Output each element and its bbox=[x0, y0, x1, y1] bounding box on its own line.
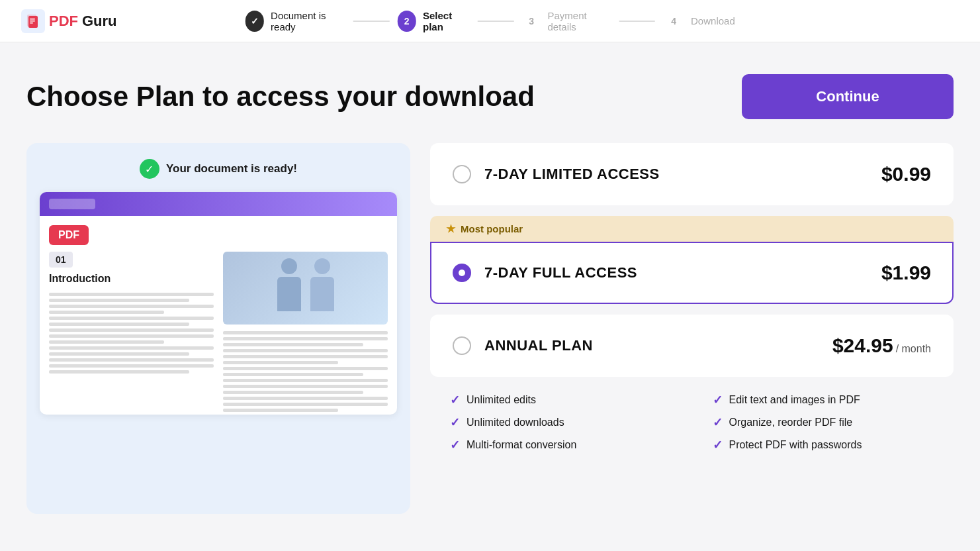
svg-rect-4 bbox=[30, 23, 33, 24]
text-line bbox=[223, 391, 363, 394]
step-3: 3 Payment details bbox=[522, 10, 611, 32]
feature-edit-text: ✓ Edit text and images in PDF bbox=[713, 393, 954, 407]
person-body bbox=[310, 277, 334, 311]
svg-rect-1 bbox=[28, 16, 38, 28]
plan-price-annual-sub: / month bbox=[896, 343, 931, 355]
check-icon: ✓ bbox=[450, 393, 460, 407]
plan-card-annual[interactable]: ANNUAL PLAN $24.95 / month bbox=[430, 315, 954, 377]
text-line bbox=[223, 337, 388, 340]
text-line bbox=[49, 323, 189, 326]
pdf-card-header bbox=[40, 192, 397, 216]
page-header: Choose Plan to access your download Cont… bbox=[26, 74, 954, 119]
text-line bbox=[49, 340, 164, 344]
doc-ready-text: Your document is ready! bbox=[166, 162, 297, 175]
step-3-label: Payment details bbox=[547, 10, 611, 32]
pdf-intro-section: 01 Introduction bbox=[49, 252, 214, 415]
text-line bbox=[223, 367, 388, 370]
pdf-card-body: 01 Introduction bbox=[40, 252, 397, 415]
header: PDF Guru ✓ Document is ready 2 Select pl… bbox=[0, 0, 980, 42]
step-2-label: Select plan bbox=[423, 10, 470, 32]
radio-annual[interactable] bbox=[453, 336, 471, 355]
radio-limited[interactable] bbox=[453, 165, 471, 183]
plans-section: 7-DAY LIMITED ACCESS $0.99 ★ Most popula… bbox=[410, 143, 954, 452]
plan-price-limited: $0.99 bbox=[881, 163, 931, 185]
check-icon: ✓ bbox=[713, 415, 723, 430]
popular-banner: ★ Most popular bbox=[430, 216, 954, 242]
text-line bbox=[49, 305, 214, 308]
text-line bbox=[49, 346, 214, 350]
person-head bbox=[281, 258, 297, 274]
feature-label: Unlimited edits bbox=[467, 394, 536, 406]
main-content: Choose Plan to access your download Cont… bbox=[0, 42, 980, 540]
features-grid: ✓ Unlimited edits ✓ Edit text and images… bbox=[430, 393, 954, 452]
text-line bbox=[223, 403, 388, 406]
text-line bbox=[223, 397, 388, 400]
logo: PDF Guru bbox=[21, 9, 117, 33]
person-silhouette-2 bbox=[302, 258, 342, 318]
text-line bbox=[223, 373, 363, 376]
feature-unlimited-downloads: ✓ Unlimited downloads bbox=[450, 415, 691, 430]
text-line bbox=[49, 293, 214, 296]
text-line bbox=[49, 358, 214, 362]
plan-card-limited[interactable]: 7-DAY LIMITED ACCESS $0.99 bbox=[430, 143, 954, 205]
step-divider-3 bbox=[619, 21, 655, 22]
plan-name-limited: 7-DAY LIMITED ACCESS bbox=[484, 166, 868, 183]
text-line bbox=[223, 349, 388, 352]
logo-icon bbox=[21, 9, 45, 33]
step-1-circle: ✓ bbox=[245, 11, 264, 32]
doc-image bbox=[223, 252, 388, 325]
text-line bbox=[223, 331, 388, 334]
step-divider-2 bbox=[478, 21, 513, 22]
plan-name-full: 7-DAY FULL ACCESS bbox=[484, 264, 868, 281]
step-divider-1 bbox=[353, 21, 389, 22]
step-3-circle: 3 bbox=[522, 11, 541, 32]
check-icon: ✓ bbox=[450, 438, 460, 452]
feature-label: Edit text and images in PDF bbox=[729, 394, 860, 406]
step-2-circle: 2 bbox=[397, 11, 416, 32]
content-grid: ✓ Your document is ready! PDF 01 Introdu… bbox=[26, 143, 954, 514]
text-line bbox=[49, 317, 214, 320]
plan-price-full: $1.99 bbox=[881, 262, 931, 284]
text-line bbox=[223, 409, 338, 412]
step-4: 4 Download bbox=[663, 11, 735, 32]
text-line bbox=[223, 343, 363, 346]
text-line bbox=[49, 364, 214, 368]
plan-price-annual: $24.95 bbox=[832, 334, 893, 357]
feature-label: Unlimited downloads bbox=[467, 417, 564, 428]
person-body bbox=[277, 277, 301, 311]
step-4-circle: 4 bbox=[663, 11, 684, 32]
text-line bbox=[223, 355, 388, 358]
plan-name-annual: ANNUAL PLAN bbox=[484, 337, 819, 354]
page-title: Choose Plan to access your download bbox=[26, 81, 535, 112]
step-1: ✓ Document is ready bbox=[245, 10, 345, 32]
text-line bbox=[223, 361, 338, 364]
check-circle-icon: ✓ bbox=[140, 159, 159, 179]
radio-full[interactable] bbox=[453, 264, 471, 282]
pdf-card: PDF 01 Introduction bbox=[40, 192, 397, 415]
pdf-badge: PDF bbox=[49, 225, 89, 245]
plan-card-full[interactable]: 7-DAY FULL ACCESS $1.99 bbox=[430, 242, 954, 304]
feature-label: Multi-format conversion bbox=[467, 439, 576, 451]
feature-conversion: ✓ Multi-format conversion bbox=[450, 438, 691, 452]
pdf-text-lines bbox=[49, 293, 214, 374]
doc-ready-badge: ✓ Your document is ready! bbox=[40, 159, 397, 179]
step-4-label: Download bbox=[691, 15, 735, 26]
text-line bbox=[49, 311, 164, 314]
text-line bbox=[49, 352, 189, 356]
logo-guru-text: Guru bbox=[82, 13, 117, 30]
step-1-label: Document is ready bbox=[271, 10, 345, 32]
feature-label: Protect PDF with passwords bbox=[729, 439, 862, 451]
text-line bbox=[223, 385, 388, 388]
text-line bbox=[223, 379, 388, 382]
text-line bbox=[49, 299, 189, 302]
pdf-right-section bbox=[223, 252, 388, 415]
check-icon: ✓ bbox=[450, 415, 460, 430]
step-2: 2 Select plan bbox=[397, 10, 470, 32]
person-head bbox=[314, 258, 330, 274]
continue-button[interactable]: Continue bbox=[742, 74, 954, 119]
feature-protect: ✓ Protect PDF with passwords bbox=[713, 438, 954, 452]
document-preview: ✓ Your document is ready! PDF 01 Introdu… bbox=[26, 143, 410, 514]
check-icon: ✓ bbox=[713, 438, 723, 452]
stepper: ✓ Document is ready 2 Select plan 3 Paym… bbox=[245, 10, 735, 32]
pdf-text-lines-right bbox=[223, 331, 388, 412]
